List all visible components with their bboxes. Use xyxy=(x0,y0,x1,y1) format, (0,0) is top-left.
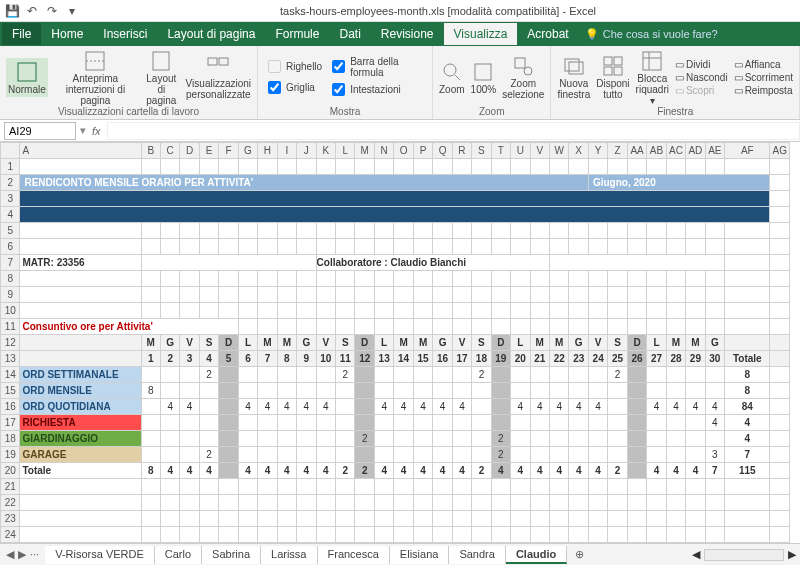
affianca-button: ▭ Affianca xyxy=(734,59,793,70)
barra-checkbox[interactable]: Barra della formula xyxy=(328,56,426,78)
name-box[interactable] xyxy=(4,122,76,140)
svg-rect-14 xyxy=(614,57,622,65)
tab-dati[interactable]: Dati xyxy=(329,23,370,45)
disponi-button[interactable]: Disponi tutto xyxy=(596,54,629,100)
fx-icon[interactable]: fx xyxy=(86,125,107,137)
window-title: tasks-hours-employees-month.xls [modalit… xyxy=(80,5,796,17)
svg-rect-4 xyxy=(208,58,217,65)
tab-layout[interactable]: Layout di pagina xyxy=(157,23,265,45)
svg-rect-11 xyxy=(565,59,579,71)
sheet-tab[interactable]: Francesca xyxy=(318,546,390,564)
blocca-button[interactable]: Blocca riquadri ▾ xyxy=(636,49,669,106)
righello-checkbox[interactable]: Righello xyxy=(264,57,322,76)
scopri-button: ▭ Scopri xyxy=(675,85,728,96)
tab-visualizza[interactable]: Visualizza xyxy=(444,23,518,45)
zoom100-button[interactable]: 100% xyxy=(471,60,497,95)
layout-button[interactable]: Layout di pagina xyxy=(143,49,180,106)
sheet-tab[interactable]: Larissa xyxy=(261,546,317,564)
sheet-nav-prev-icon[interactable]: ◀ xyxy=(6,548,14,561)
svg-rect-3 xyxy=(153,52,169,70)
sheet-tab[interactable]: Sandra xyxy=(449,546,505,564)
sheet-tab[interactable]: Carlo xyxy=(155,546,202,564)
tab-home[interactable]: Home xyxy=(41,23,93,45)
hscroll-right-icon[interactable]: ▶ xyxy=(784,548,800,561)
svg-rect-15 xyxy=(604,67,612,75)
svg-line-7 xyxy=(455,75,460,80)
sheet-tab[interactable]: Elisiana xyxy=(390,546,450,564)
tab-revisione[interactable]: Revisione xyxy=(371,23,444,45)
hscrollbar[interactable] xyxy=(704,549,784,561)
zoom-button[interactable]: Zoom xyxy=(439,60,465,95)
tab-inserisci[interactable]: Inserisci xyxy=(93,23,157,45)
anteprima-button[interactable]: Anteprima interruzioni di pagina xyxy=(54,49,137,106)
viz-button[interactable]: Visualizzazioni personalizzate xyxy=(186,54,251,100)
undo-icon[interactable]: ↶ xyxy=(24,3,40,19)
svg-rect-5 xyxy=(219,58,228,65)
formula-bar[interactable] xyxy=(107,122,800,140)
nuova-finestra-button[interactable]: Nuova finestra xyxy=(557,54,590,100)
griglia-checkbox[interactable]: Griglia xyxy=(264,78,322,97)
sheet-nav-more[interactable]: ··· xyxy=(30,548,39,561)
group-finestra-label: Finestra xyxy=(557,106,793,117)
svg-point-6 xyxy=(444,64,456,76)
group-views-label: Visualizzazioni cartella di lavoro xyxy=(6,106,251,117)
tab-file[interactable]: File xyxy=(2,23,41,45)
add-sheet-button[interactable]: ⊕ xyxy=(567,548,592,561)
redo-icon[interactable]: ↷ xyxy=(44,3,60,19)
sheet-nav-next-icon[interactable]: ▶ xyxy=(18,548,26,561)
zoom-selezione-button[interactable]: Zoom selezione xyxy=(502,54,544,100)
svg-rect-13 xyxy=(604,57,612,65)
intestazioni-checkbox[interactable]: Intestazioni xyxy=(328,80,426,99)
nascondi-button[interactable]: ▭ Nascondi xyxy=(675,72,728,83)
scorrimento-button: ▭ Scorriment xyxy=(734,72,793,83)
svg-rect-16 xyxy=(614,67,622,75)
svg-rect-9 xyxy=(515,58,525,68)
dividi-button[interactable]: ▭ Dividi xyxy=(675,59,728,70)
sheet-tab[interactable]: V-Risorsa VERDE xyxy=(45,546,155,564)
sheet-tab[interactable]: Claudio xyxy=(506,546,567,564)
group-zoom-label: Zoom xyxy=(439,106,544,117)
sheet-tab[interactable]: Sabrina xyxy=(202,546,261,564)
qat-dropdown-icon[interactable]: ▾ xyxy=(64,3,80,19)
normale-button[interactable]: Normale xyxy=(6,58,48,97)
tab-formule[interactable]: Formule xyxy=(265,23,329,45)
reimposta-button: ▭ Reimposta xyxy=(734,85,793,96)
svg-rect-17 xyxy=(643,52,661,70)
svg-point-10 xyxy=(524,67,532,75)
spreadsheet-grid[interactable]: ABCDEFGHIJKLMNOPQRSTUVWXYZAAABACADAEAFAG… xyxy=(0,142,790,543)
save-icon[interactable]: 💾 xyxy=(4,3,20,19)
hscroll-left-icon[interactable]: ◀ xyxy=(688,548,704,561)
svg-rect-8 xyxy=(475,64,491,80)
tell-me[interactable]: 💡Che cosa si vuole fare? xyxy=(585,28,718,41)
lightbulb-icon: 💡 xyxy=(585,28,599,41)
svg-rect-12 xyxy=(569,62,583,74)
group-mostra-label: Mostra xyxy=(264,106,426,117)
tab-acrobat[interactable]: Acrobat xyxy=(517,23,578,45)
svg-rect-0 xyxy=(18,63,36,81)
